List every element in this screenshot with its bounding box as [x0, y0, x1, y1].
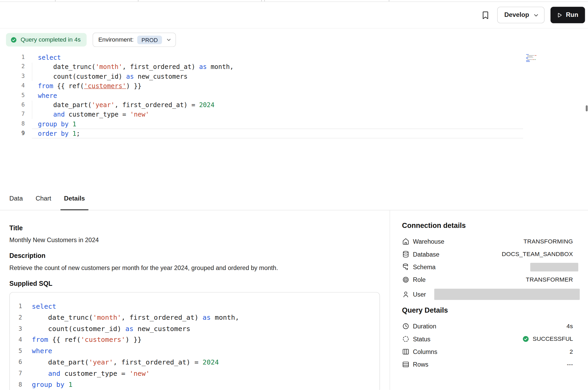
query-status-text: Query completed in 4s [21, 36, 81, 43]
indent-guide [32, 101, 32, 119]
details-content: Title Monthly New Customers in 2024 Desc… [0, 210, 588, 390]
code-text: date_trunc('month', first_ordered_at) as… [32, 62, 523, 72]
supplied-sql-heading: Supplied SQL [9, 280, 380, 288]
sql-editor[interactable]: 1select2 date_trunc('month', first_order… [0, 52, 588, 184]
environment-badge: PROD [137, 36, 162, 44]
row-label: Warehouse [413, 238, 444, 245]
code-line[interactable]: 5where [0, 91, 588, 100]
supplied-sql-card: 1select2 date_trunc('month', first_order… [9, 292, 380, 390]
environment-selector[interactable]: Environment: PROD [93, 33, 176, 47]
line-number: 1 [10, 301, 22, 312]
code-text: date_trunc('month', first_ordered_at) as… [32, 312, 239, 323]
line-number: 3 [10, 323, 22, 334]
code-line: 2 date_trunc('month', first_ordered_at) … [10, 312, 380, 323]
row-label: Role [413, 276, 426, 283]
code-line[interactable]: 8group by 1 [0, 119, 588, 129]
tab-data[interactable]: Data [9, 187, 23, 210]
connection-row-schema: Schema [402, 261, 573, 273]
toolbar: Develop Run [0, 2, 588, 28]
line-number: 4 [10, 334, 22, 345]
code-text: count(customer_id) as new_customers [32, 72, 523, 81]
query-row-rows: Rows --- [402, 358, 573, 371]
code-text: from {{ ref('customers') }} [32, 334, 142, 345]
row-value: TRANSFORMER [526, 276, 573, 283]
top-tab-strip [0, 0, 588, 2]
row-value: 2 [570, 348, 573, 355]
code-text: date_part('year', first_ordered_at) = 20… [32, 100, 523, 109]
line-number: 1 [0, 52, 25, 62]
row-label: Database [413, 251, 440, 258]
row-label: Rows [413, 361, 428, 368]
rows-icon [402, 361, 409, 368]
line-number: 3 [0, 72, 25, 81]
scrollbar-thumb[interactable] [586, 105, 587, 111]
tab-details[interactable]: Details [64, 187, 85, 210]
title-value: Monthly New Customers in 2024 [9, 237, 380, 244]
results-tabbar: Data Chart Details [0, 187, 588, 210]
develop-label: Develop [504, 11, 529, 19]
run-button[interactable]: Run [550, 7, 585, 23]
query-metadata-panel: Title Monthly New Customers in 2024 Desc… [0, 210, 390, 390]
database-icon [402, 251, 409, 258]
code-line[interactable]: 4from {{ ref('customers') }} [0, 81, 588, 91]
query-row-columns: Columns 2 [402, 345, 573, 358]
code-line: 4from {{ ref('customers') }} [10, 334, 380, 345]
editor-code[interactable]: 1select2 date_trunc('month', first_order… [0, 52, 588, 138]
code-text: group by 1 [32, 119, 523, 129]
row-value: 4s [566, 323, 573, 330]
row-value: --- [567, 361, 573, 368]
environment-label: Environment: [98, 36, 133, 43]
code-line[interactable]: 7 and customer_type = 'new' [0, 110, 588, 119]
line-number: 6 [10, 357, 22, 368]
tab-divider [138, 0, 138, 2]
supplied-sql-code: 1select2 date_trunc('month', first_order… [10, 301, 380, 390]
status-loader-icon [402, 335, 409, 343]
code-line[interactable]: 1select [0, 52, 588, 62]
redacted-value [434, 289, 580, 300]
role-icon [402, 276, 409, 283]
line-number: 7 [10, 368, 22, 379]
develop-menu-button[interactable]: Develop [497, 7, 545, 23]
code-line[interactable]: 6 date_part('year', first_ordered_at) = … [0, 100, 588, 109]
row-label: Columns [413, 348, 437, 355]
code-text: select [32, 52, 523, 62]
code-line: 5where [10, 345, 380, 356]
line-number: 2 [10, 312, 22, 323]
code-line[interactable]: 3 count(customer_id) as new_customers [0, 72, 588, 81]
connection-details-panel: Connection details Warehouse TRANSFORMIN… [390, 210, 588, 390]
query-details-heading: Query Details [402, 306, 573, 314]
query-status-pill: Query completed in 4s [6, 33, 87, 46]
code-text: select [32, 301, 56, 312]
connection-row-warehouse: Warehouse TRANSFORMING [402, 235, 573, 248]
line-number: 5 [0, 91, 25, 100]
code-line[interactable]: 9order by 1; [0, 129, 588, 138]
code-line: 1select [10, 301, 380, 312]
tab-divider [55, 0, 55, 2]
row-label: Duration [413, 323, 436, 330]
user-icon [402, 291, 409, 298]
description-value: Retrieve the count of new customers per … [9, 264, 380, 271]
tab-divider [389, 0, 389, 2]
redacted-value [530, 263, 578, 271]
row-value: TRANSFORMING [524, 238, 573, 245]
code-line[interactable]: 2 date_trunc('month', first_ordered_at) … [0, 62, 588, 72]
code-line: 3 count(customer_id) as new_customers [10, 323, 380, 334]
schema-icon [402, 263, 409, 271]
line-number: 6 [0, 100, 25, 109]
connection-row-user: User [402, 286, 573, 303]
row-value: DOCS_TEAM_SANDBOX [502, 251, 573, 258]
description-heading: Description [9, 252, 380, 260]
run-label: Run [566, 11, 578, 19]
row-value: SUCCESSFUL [533, 336, 573, 342]
bookmark-button[interactable] [478, 7, 494, 23]
row-label: Status [413, 335, 431, 342]
tab-divider [264, 0, 265, 2]
tab-divider [261, 0, 262, 2]
line-number: 7 [0, 110, 25, 119]
line-number: 9 [0, 129, 25, 138]
minimap[interactable] [525, 54, 551, 62]
code-line: 6 date_part('year', first_ordered_at) = … [10, 357, 380, 368]
query-status-row: Query completed in 4s Environment: PROD [6, 33, 176, 47]
tab-chart[interactable]: Chart [36, 187, 51, 210]
code-line: 7 and customer_type = 'new' [10, 368, 380, 379]
